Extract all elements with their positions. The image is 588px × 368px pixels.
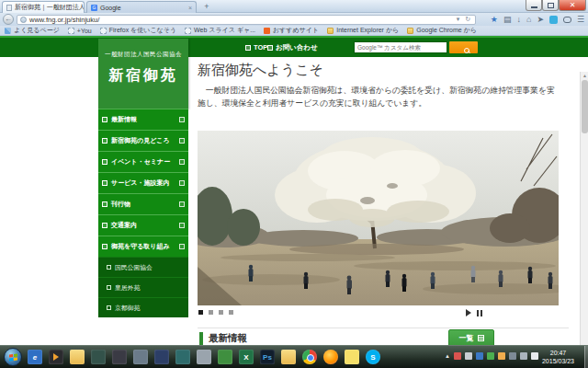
sticky-notes-icon[interactable] xyxy=(345,350,359,364)
app-green-icon[interactable] xyxy=(218,350,232,364)
sidebar-sub-label: 皇居外苑 xyxy=(115,283,140,293)
sidebar-item-highlights[interactable]: 新宿御苑の見どころ xyxy=(98,130,188,151)
sidebar-subitem-kokumin-koen[interactable]: 国民公園協会 xyxy=(98,257,188,277)
back-button[interactable]: ← xyxy=(3,14,14,25)
heading-accent-bar xyxy=(199,332,203,345)
logo-site-name: 新宿御苑 xyxy=(98,66,188,86)
bookmark-icon xyxy=(185,28,191,34)
bookmark-folder[interactable]: Google Chrome から xyxy=(407,26,477,35)
show-desktop-button[interactable] xyxy=(584,346,588,368)
start-button[interactable] xyxy=(4,348,22,366)
list-icon xyxy=(102,159,107,165)
folder-icon xyxy=(327,28,334,34)
carousel-dot-2[interactable] xyxy=(209,310,213,315)
media-player-icon[interactable] xyxy=(49,350,63,364)
tray-green-icon[interactable] xyxy=(487,352,494,360)
app-teal-icon[interactable] xyxy=(175,350,190,364)
sidebar-subitem-kokyo-gaien[interactable]: 皇居外苑 xyxy=(98,277,188,297)
page-title: 新宿御苑へようこそ xyxy=(198,62,565,79)
page-scrollbar[interactable]: ▲ ▼ xyxy=(580,72,588,368)
bookmark-label: Firefox を使いこなそう xyxy=(109,26,176,35)
explorer-folder-icon[interactable] xyxy=(70,350,85,364)
scrollbar-thumb[interactable] xyxy=(582,80,588,133)
browser-nav-bar: ← www.fng.or.jp/shinjuku/ ▾ ↻ ★ ▤ ↓ ⌂ ➤ … xyxy=(0,13,588,26)
bookmark-label: Internet Explorer から xyxy=(336,26,399,35)
photoshop-icon[interactable]: Ps xyxy=(260,350,275,364)
bookmark-label: Web スライス ギャ... xyxy=(194,26,255,35)
bookmark-item[interactable]: Firefox を使いこなそう xyxy=(100,26,176,35)
bookmark-folder[interactable]: Internet Explorer から xyxy=(327,26,399,35)
hidden-icons-caret[interactable]: ▲ xyxy=(445,353,450,359)
chevron-right-icon xyxy=(179,223,185,228)
bookmark-label: Google Chrome から xyxy=(416,26,477,35)
bookmark-item[interactable]: よく見るページ xyxy=(5,26,60,35)
firefox-icon[interactable] xyxy=(323,350,338,364)
sidebar-item-publications[interactable]: 刊行物 xyxy=(98,193,188,214)
tray-red-icon[interactable] xyxy=(454,352,461,360)
sidebar-item-events[interactable]: イベント・セミナー xyxy=(98,151,188,172)
webpage: TOP お問い合わせ 一般財団法人国民公園協会 新宿御苑 最新情報 新宿御苑の見… xyxy=(0,36,588,368)
excel-icon[interactable]: X xyxy=(239,350,254,364)
tab-google[interactable]: G Google × xyxy=(86,1,197,13)
bookmark-star-icon[interactable]: ★ xyxy=(491,14,498,25)
app-dark-icon[interactable] xyxy=(112,350,127,364)
sidebar-item-services[interactable]: サービス・施設案内 xyxy=(98,172,188,193)
tray-gray-icon[interactable] xyxy=(465,352,472,360)
clipboard-icon[interactable]: ▤ xyxy=(503,14,512,25)
sidebar-item-access[interactable]: 交通案内 xyxy=(98,214,188,236)
send-icon[interactable]: ➤ xyxy=(537,14,544,25)
printer-icon[interactable] xyxy=(197,350,211,364)
bookmark-label: おすすめサイト xyxy=(273,26,319,35)
tab-close-icon[interactable]: × xyxy=(188,5,192,11)
tab-shinjuku-gyoen[interactable]: 新宿御苑｜一般財団法人国民... × xyxy=(2,1,85,13)
address-bar[interactable]: www.fng.or.jp/shinjuku/ ▾ ↻ xyxy=(17,15,476,25)
pause-icon[interactable] xyxy=(477,310,482,316)
scroll-up-arrow[interactable]: ▲ xyxy=(582,72,588,79)
site-logo[interactable]: 一般財団法人国民公園協会 新宿御苑 xyxy=(98,39,188,109)
app-dark-green-icon[interactable] xyxy=(91,350,106,364)
taskbar-clock[interactable]: 20:47 2015/03/23 xyxy=(533,349,583,365)
window-minimize-button[interactable] xyxy=(526,0,542,11)
hero-photo-blossom-tree[interactable] xyxy=(198,131,559,305)
internet-explorer-icon[interactable]: e xyxy=(28,350,42,364)
news-list-button[interactable]: 一覧 xyxy=(448,329,494,347)
new-tab-button[interactable]: + xyxy=(200,3,213,12)
bullet-square-icon xyxy=(107,305,111,310)
list-icon xyxy=(102,117,107,122)
tray-blue-icon[interactable] xyxy=(476,352,483,360)
sidebar-item-preservation[interactable]: 御苑を守る取り組み xyxy=(98,236,188,257)
list-icon xyxy=(102,138,107,144)
carousel-dot-3[interactable] xyxy=(219,310,223,315)
window-close-button[interactable]: ✕ xyxy=(559,0,586,11)
pocket-icon[interactable] xyxy=(549,16,558,24)
main-content: 新宿御苑へようこそ 一般財団法人国民公園協会新宿御苑は、環境省からの委託を受け、… xyxy=(198,36,565,109)
carousel-dot-4[interactable] xyxy=(229,310,233,315)
sidebar-item-news[interactable]: 最新情報 xyxy=(98,109,188,130)
ime-icon[interactable] xyxy=(509,352,516,360)
app-gray-icon[interactable] xyxy=(133,350,148,364)
chat-icon[interactable] xyxy=(563,17,571,23)
carousel-dot-1[interactable] xyxy=(198,310,203,315)
play-icon[interactable] xyxy=(466,309,471,316)
google-favicon-icon: G xyxy=(91,5,97,11)
bookmark-item[interactable]: おすすめサイト xyxy=(264,26,319,35)
home-icon[interactable]: ⌂ xyxy=(526,14,531,25)
news-section-header: 最新情報 xyxy=(199,332,247,345)
app-navy-icon[interactable] xyxy=(154,350,169,364)
hamburger-menu-icon[interactable]: ☰ xyxy=(577,14,584,25)
window-maximize-button[interactable] xyxy=(542,0,559,11)
system-tray: ▲ xyxy=(445,352,538,360)
tray-orange-icon[interactable] xyxy=(498,352,505,360)
download-icon[interactable]: ↓ xyxy=(516,14,521,25)
sidebar-subitem-kyoto-gyoen[interactable]: 京都御苑 xyxy=(98,297,188,317)
reload-dropdown-icons[interactable]: ▾ ↻ xyxy=(457,16,472,23)
chrome-icon[interactable] xyxy=(302,350,317,364)
folder-icon[interactable] xyxy=(281,350,296,364)
skype-icon[interactable]: S xyxy=(366,350,380,364)
tab-title: Google xyxy=(100,5,121,11)
bookmark-item[interactable]: +You xyxy=(68,28,92,34)
volume-icon[interactable] xyxy=(520,352,527,360)
bookmark-item[interactable]: Web スライス ギャ... xyxy=(185,26,255,35)
maximize-icon xyxy=(548,3,554,8)
sidebar-sub-label: 京都御苑 xyxy=(115,304,140,313)
